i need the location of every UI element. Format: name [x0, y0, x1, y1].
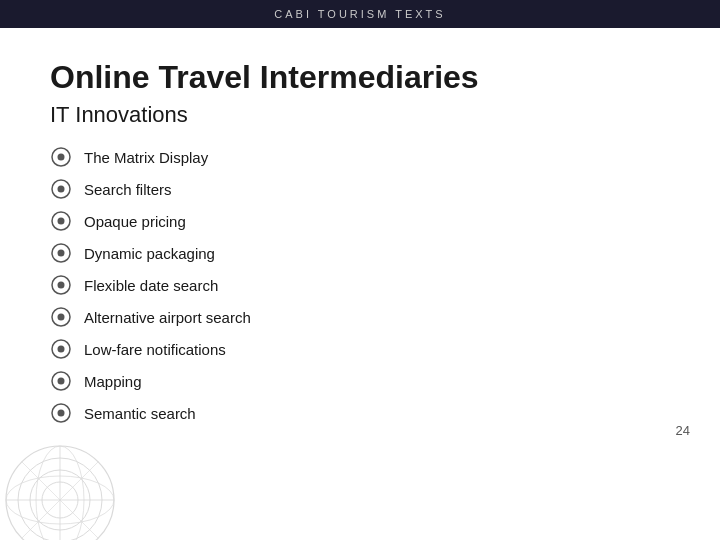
bullet-icon [50, 274, 72, 296]
list-item: Dynamic packaging [50, 242, 670, 264]
bullet-icon [50, 338, 72, 360]
svg-point-13 [58, 346, 65, 353]
watermark [0, 440, 120, 540]
bullet-icon [50, 178, 72, 200]
svg-point-7 [58, 250, 65, 257]
list-item: Low-fare notifications [50, 338, 670, 360]
svg-point-17 [58, 410, 65, 417]
list-item-text: Opaque pricing [84, 213, 186, 230]
list-item-text: Low-fare notifications [84, 341, 226, 358]
main-content: Online Travel Intermediaries IT Innovati… [0, 28, 720, 454]
svg-point-15 [58, 378, 65, 385]
bullet-icon [50, 210, 72, 232]
list-item-text: Dynamic packaging [84, 245, 215, 262]
svg-point-1 [58, 154, 65, 161]
svg-point-5 [58, 218, 65, 225]
svg-point-11 [58, 314, 65, 321]
bullet-icon [50, 146, 72, 168]
list-item: Search filters [50, 178, 670, 200]
list-item-text: The Matrix Display [84, 149, 208, 166]
list-item: Semantic search [50, 402, 670, 424]
top-bar: CABI TOURISM TEXTS [0, 0, 720, 28]
bullet-icon [50, 402, 72, 424]
bullet-icon [50, 306, 72, 328]
svg-point-9 [58, 282, 65, 289]
bullet-list: The Matrix Display Search filters Opaque… [50, 146, 670, 424]
list-item-text: Alternative airport search [84, 309, 251, 326]
list-item-text: Flexible date search [84, 277, 218, 294]
page-number: 24 [676, 423, 690, 438]
section-title: IT Innovations [50, 102, 670, 128]
svg-point-3 [58, 186, 65, 193]
list-item-text: Search filters [84, 181, 172, 198]
bullet-icon [50, 370, 72, 392]
page-title: Online Travel Intermediaries [50, 58, 670, 96]
bullet-icon [50, 242, 72, 264]
list-item: Mapping [50, 370, 670, 392]
top-bar-title: CABI TOURISM TEXTS [274, 8, 445, 20]
list-item: The Matrix Display [50, 146, 670, 168]
list-item-text: Semantic search [84, 405, 196, 422]
list-item: Opaque pricing [50, 210, 670, 232]
list-item: Flexible date search [50, 274, 670, 296]
list-item: Alternative airport search [50, 306, 670, 328]
list-item-text: Mapping [84, 373, 142, 390]
